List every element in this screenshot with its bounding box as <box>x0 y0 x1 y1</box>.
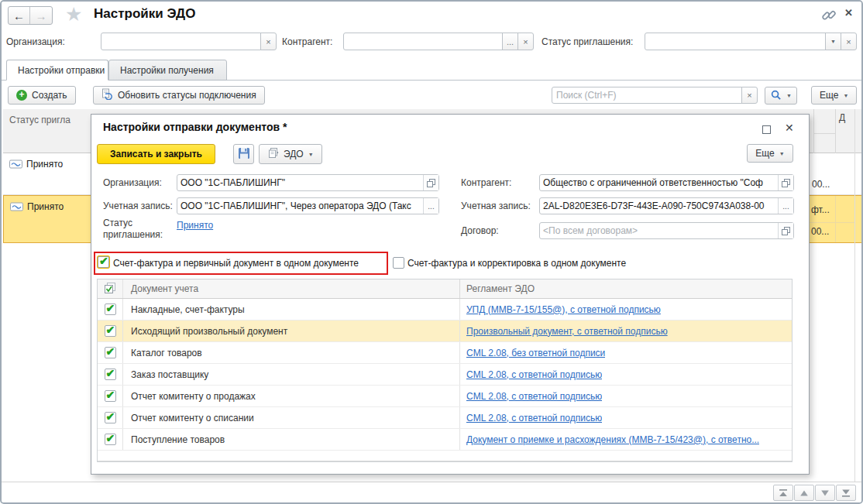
regulation-link[interactable]: CML 2.08, без ответной подписи <box>466 348 605 358</box>
regulation-column-header[interactable]: Регламент ЭДО <box>460 279 792 298</box>
row-checkbox[interactable]: ✔ <box>105 347 116 358</box>
counterparty-label: Контрагент: <box>461 177 511 188</box>
account-right-label: Учетная запись: <box>461 201 531 211</box>
row-checkbox[interactable]: ✔ <box>105 412 116 423</box>
annotation-highlight <box>94 252 388 275</box>
account-left-label: Учетная запись: <box>103 201 173 211</box>
search-input[interactable] <box>552 87 742 104</box>
tab-receive-settings[interactable]: Настройки получения <box>108 60 227 81</box>
search-field: × <box>552 87 758 104</box>
organization-filter-input[interactable] <box>101 33 261 50</box>
invitation-status-label-line1: Статус <box>103 218 132 228</box>
dialog-more-button[interactable]: Еще ▼ <box>747 144 793 163</box>
regulation-link[interactable]: CML 2.08, с ответной подписью <box>466 369 602 380</box>
row-checkbox[interactable]: ✔ <box>105 369 116 380</box>
contract-label: Договор: <box>461 225 499 236</box>
row-checkbox[interactable]: ✔ <box>105 303 116 315</box>
counterparty-clear-icon[interactable]: × <box>517 33 534 50</box>
partial-cell: фт... <box>811 204 830 215</box>
account-right-value: 2AL-D820E3E6-D73F-443E-A090-750C9743A038… <box>540 198 778 214</box>
contract-field[interactable]: <По всем договорам> <box>539 222 794 239</box>
counterparty-filter-input[interactable] <box>343 33 503 50</box>
forward-arrow-icon: → <box>36 9 47 22</box>
edo-menu-button[interactable]: ЭДО ▼ <box>259 144 322 164</box>
row-status: Принято <box>26 159 63 170</box>
nav-buttons: ← → <box>8 6 53 25</box>
organization-field[interactable]: ООО "1С-ПАБЛИШИНГ" <box>177 174 439 191</box>
partial-column-header: Д <box>839 112 845 123</box>
row-checkbox[interactable]: ✔ <box>105 325 116 337</box>
account-left-choose-icon[interactable]: ... <box>423 198 438 214</box>
regulation-link[interactable]: Документ о приемке и расхождениях (ММВ-7… <box>466 434 759 445</box>
back-button[interactable]: ← <box>9 7 30 24</box>
checkmark-icon: ✔ <box>106 302 115 314</box>
counterparty-value: Общество с ограниченной ответственностью… <box>540 175 778 190</box>
invitation-status-dropdown-icon[interactable]: ▼ <box>825 33 841 50</box>
get-link-icon[interactable] <box>821 8 837 23</box>
refresh-statuses-button[interactable]: Обновить статусы подключения <box>93 86 265 105</box>
invitation-status-filter-field: ▼ × <box>645 33 857 50</box>
edo-dropdown-icon: ▼ <box>308 152 314 157</box>
partial-cell: 00... <box>812 179 830 190</box>
invitation-status-label-line2: приглашения: <box>103 229 163 240</box>
list-more-button[interactable]: Еще ▼ <box>811 86 857 105</box>
table-row[interactable]: ✔ Накладные, счет-фактуры УПД (ММВ-7-15/… <box>98 299 792 321</box>
scroll-down-button[interactable] <box>815 485 835 501</box>
contract-placeholder: <По всем договорам> <box>540 223 778 238</box>
checkmark-icon: ✔ <box>106 324 115 336</box>
table-row[interactable]: ✔ Отчет комитенту о продажах CML 2.08, с… <box>98 386 792 407</box>
invitation-status-filter-input[interactable] <box>645 33 826 50</box>
scroll-to-bottom-button[interactable] <box>836 485 856 501</box>
organization-open-icon[interactable] <box>423 175 438 190</box>
invoice-correction-checkbox[interactable] <box>393 257 404 269</box>
table-row[interactable]: ✔ Отчет комитенту о списании CML 2.08, с… <box>98 407 792 429</box>
favorite-star-icon[interactable]: ★ <box>65 3 82 26</box>
document-cell: Отчет комитенту о продажах <box>123 386 460 406</box>
regulation-link[interactable]: CML 2.08, с ответной подписью <box>466 391 602 402</box>
tab-send-settings[interactable]: Настройки отправки <box>6 60 108 81</box>
app-window: ← → ★ Настройки ЭДО ✕ Организация: × Кон… <box>0 0 863 504</box>
counterparty-field[interactable]: Общество с ограниченной ответственностью… <box>539 174 794 191</box>
create-button[interactable]: + Создать <box>8 86 76 105</box>
dialog-close-icon[interactable]: ✕ <box>785 122 794 134</box>
document-cell: Каталог товаров <box>123 342 460 363</box>
select-all-header-cell[interactable] <box>98 279 123 298</box>
forward-button[interactable]: → <box>30 7 52 24</box>
window-close-icon[interactable]: ✕ <box>844 7 853 19</box>
counterparty-open-icon[interactable] <box>778 175 793 190</box>
contract-open-icon[interactable] <box>778 223 793 238</box>
account-left-field[interactable]: ООО "1С-ПАБЛИШИНГ", Через оператора ЭДО … <box>177 197 439 214</box>
regulation-link[interactable]: Произвольный документ, с ответной подпис… <box>466 326 668 337</box>
page-title: Настройки ЭДО <box>94 6 195 22</box>
search-settings-button[interactable]: ▼ <box>765 87 797 105</box>
row-status: Принято <box>27 201 64 212</box>
invitation-status-clear-icon[interactable]: × <box>841 33 857 50</box>
counterparty-choose-icon[interactable]: ... <box>502 33 518 50</box>
regulation-link[interactable]: УПД (ММВ-7-15/155@), с ответной подписью <box>466 304 661 315</box>
filter-panel: Организация: × Контрагент: ... × Статус … <box>2 29 861 56</box>
account-right-choose-icon[interactable]: ... <box>778 198 793 214</box>
document-cell: Поступление товаров <box>123 429 460 450</box>
save-and-close-button[interactable]: Записать и закрыть <box>97 144 215 164</box>
table-row[interactable]: ✔ Поступление товаров Документ о приемке… <box>98 429 792 451</box>
row-checkbox[interactable]: ✔ <box>105 390 116 402</box>
account-right-field[interactable]: 2AL-D820E3E6-D73F-443E-A090-750C9743A038… <box>539 197 794 214</box>
checkmark-icon: ✔ <box>106 432 115 444</box>
table-row[interactable]: ✔ Заказ поставщику CML 2.08, с ответной … <box>98 364 792 386</box>
save-button[interactable] <box>233 144 254 164</box>
table-header-row: Документ учета Регламент ЭДО <box>98 279 792 299</box>
document-column-header[interactable]: Документ учета <box>123 279 460 298</box>
dialog-maximize-icon[interactable] <box>762 125 771 134</box>
scroll-to-top-button[interactable] <box>773 485 793 501</box>
organization-clear-icon[interactable]: × <box>260 33 277 50</box>
organization-value: ООО "1С-ПАБЛИШИНГ" <box>177 175 423 190</box>
table-row[interactable]: ✔ Каталог товаров CML 2.08, без ответной… <box>98 342 792 364</box>
refresh-statuses-icon <box>101 88 113 102</box>
scroll-up-button[interactable] <box>794 485 814 501</box>
table-row-selected[interactable]: ✔ Исходящий произвольный документ Произв… <box>98 321 792 342</box>
magnifier-icon <box>770 89 782 103</box>
regulation-link[interactable]: CML 2.08, с ответной подписью <box>466 413 602 423</box>
search-clear-icon[interactable]: × <box>741 87 758 104</box>
row-checkbox[interactable]: ✔ <box>105 434 116 445</box>
invitation-status-link[interactable]: Принято <box>177 220 213 231</box>
